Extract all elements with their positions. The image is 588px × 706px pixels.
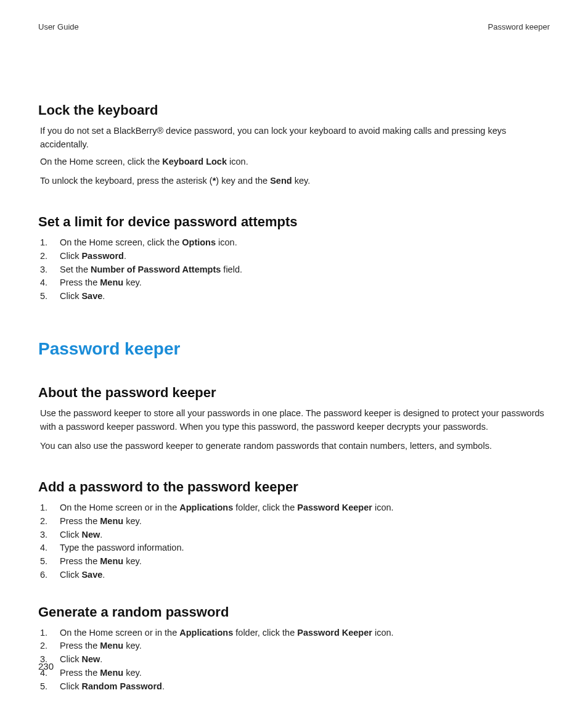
list-number: 5. (40, 290, 47, 303)
bold-text: Menu (100, 556, 123, 566)
bold-text: Save (81, 570, 102, 580)
list-item: 2.Press the Menu key. (40, 639, 550, 653)
text: Click (60, 251, 81, 261)
paragraph: If you do not set a BlackBerry® device p… (40, 125, 550, 152)
page-number: 230 (38, 661, 54, 671)
paragraph: You can also use the password keeper to … (40, 440, 550, 453)
text: Click (60, 570, 81, 580)
text: key. (292, 176, 311, 186)
header-left: User Guide (38, 22, 79, 31)
bold-text: Send (270, 176, 292, 186)
heading-set-limit: Set a limit for device password attempts (38, 214, 550, 230)
text: key. (123, 668, 142, 678)
text: key. (123, 516, 142, 526)
list-item: 4.Press the Menu key. (40, 276, 550, 290)
list-number: 5. (40, 555, 47, 568)
text: ) key and the (216, 176, 270, 186)
ordered-list: 1.On the Home screen, click the Options … (40, 236, 550, 303)
text: key. (123, 556, 142, 566)
text: key. (123, 277, 142, 287)
heading-generate-random: Generate a random password (38, 604, 550, 620)
text: icon. (216, 237, 237, 247)
page-header: User Guide Password keeper (38, 22, 550, 31)
text: Click (60, 654, 81, 664)
text: Press the (60, 668, 100, 678)
list-number: 3. (40, 528, 47, 542)
list-item: 1.On the Home screen, click the Options … (40, 236, 550, 250)
bold-text: Menu (100, 641, 123, 651)
bold-text: New (81, 530, 100, 540)
text: Click (60, 530, 81, 540)
paragraph: On the Home screen, click the Keyboard L… (40, 155, 550, 169)
heading-add-password: Add a password to the password keeper (38, 479, 550, 495)
text: Click (60, 291, 81, 301)
text: folder, click the (233, 503, 297, 512)
bold-text: Menu (100, 668, 123, 678)
text: icon. (227, 157, 248, 166)
list-number: 4. (40, 541, 47, 555)
header-right: Password keeper (488, 22, 550, 31)
text: Click (60, 681, 81, 691)
text: On the Home screen or in the (60, 503, 179, 512)
bold-text: Password (81, 251, 124, 261)
chapter-title: Password keeper (38, 339, 550, 359)
list-item: 3.Click New. (40, 653, 550, 667)
text: . (100, 530, 102, 540)
ordered-list: 1.On the Home screen or in the Applicati… (40, 501, 550, 582)
text: folder, click the (233, 628, 297, 638)
list-item: 3.Set the Number of Password Attempts fi… (40, 263, 550, 277)
text: On the Home screen, click the (40, 157, 162, 166)
text: . (162, 681, 165, 691)
text: icon. (372, 628, 394, 638)
text: Press the (60, 277, 100, 287)
list-item: 3.Click New. (40, 528, 550, 542)
paragraph: To unlock the keyboard, press the asteri… (40, 174, 550, 188)
text: Press the (60, 516, 100, 526)
list-item: 1.On the Home screen or in the Applicati… (40, 501, 550, 515)
list-item: 5.Press the Menu key. (40, 555, 550, 568)
list-item: 5.Click Save. (40, 290, 550, 303)
text: . (102, 291, 105, 301)
text: Press the (60, 641, 100, 651)
list-item: 4.Type the password information. (40, 541, 550, 555)
bold-text: Applications (179, 628, 233, 638)
text: Type the password information. (60, 543, 184, 552)
bold-text: Applications (179, 503, 233, 512)
list-item: 1.On the Home screen or in the Applicati… (40, 626, 550, 640)
list-number: 1. (40, 501, 47, 515)
text: Press the (60, 556, 100, 566)
list-number: 2. (40, 515, 47, 528)
bold-text: New (81, 654, 100, 664)
list-number: 2. (40, 639, 47, 653)
list-item: 2.Press the Menu key. (40, 515, 550, 528)
text: On the Home screen or in the (60, 628, 179, 638)
text: To unlock the keyboard, press the asteri… (40, 176, 213, 186)
bold-text: Save (81, 291, 102, 301)
list-number: 2. (40, 250, 47, 263)
list-number: 3. (40, 263, 47, 277)
list-number: 1. (40, 236, 47, 250)
bold-text: Random Password (81, 681, 162, 691)
text: field. (221, 265, 242, 274)
list-item: 4.Press the Menu key. (40, 667, 550, 680)
bold-text: Number of Password Attempts (91, 265, 221, 274)
paragraph: Use the password keeper to store all you… (40, 407, 550, 434)
heading-lock-keyboard: Lock the keyboard (38, 102, 550, 118)
text: Set the (60, 265, 91, 274)
list-number: 1. (40, 626, 47, 640)
text: . (124, 251, 126, 261)
text: key. (123, 641, 142, 651)
list-number: 6. (40, 568, 47, 582)
list-number: 4. (40, 276, 47, 290)
bold-text: Password Keeper (297, 503, 372, 512)
bold-text: Menu (100, 277, 123, 287)
text: . (100, 654, 102, 664)
list-item: 5.Click Random Password. (40, 680, 550, 694)
heading-about-pk: About the password keeper (38, 385, 550, 401)
bold-text: Password Keeper (297, 628, 372, 638)
ordered-list: 1.On the Home screen or in the Applicati… (40, 626, 550, 694)
bold-text: Options (182, 237, 216, 247)
bold-text: Menu (100, 516, 123, 526)
text: icon. (372, 503, 394, 512)
bold-text: Keyboard Lock (162, 157, 227, 166)
